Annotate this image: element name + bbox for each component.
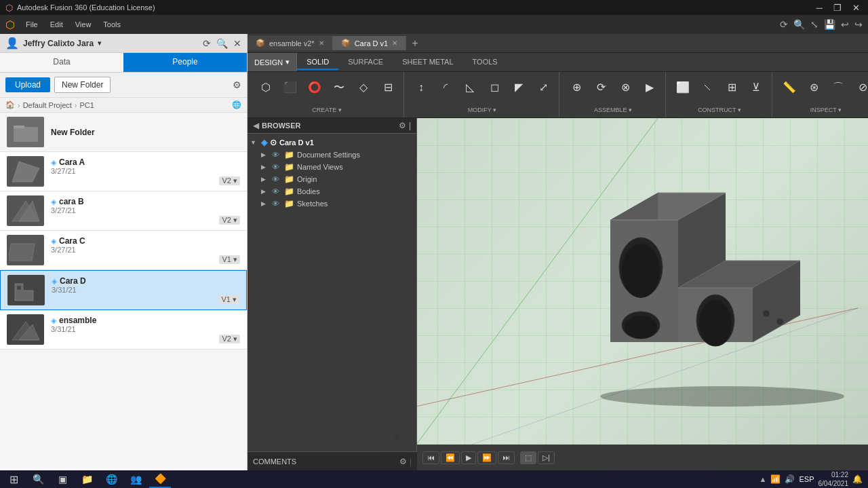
menu-item[interactable]: View (70, 19, 97, 30)
viewport[interactable]: ◀ BROWSER ⚙ | ▼ ◈ ⊙ Cara D v1 (248, 118, 868, 470)
tool-joint[interactable]: ⊕ (565, 76, 588, 99)
play-button[interactable]: ▶ (461, 451, 476, 464)
teams-button[interactable]: 👥 (125, 470, 146, 488)
menu-item[interactable]: File (20, 19, 43, 30)
expand-icon[interactable]: ▶ (261, 164, 269, 170)
tool-midplane[interactable]: ⊞ (720, 76, 743, 99)
browser-settings-icon[interactable]: ⚙ (399, 121, 406, 130)
tool-loft[interactable]: ◇ (352, 76, 375, 99)
language-indicator[interactable]: ESP (799, 475, 814, 483)
redo-icon[interactable]: ↪ (854, 19, 863, 30)
step-forward-button[interactable]: ⏩ (477, 451, 496, 464)
tool-chamfer[interactable]: ◺ (458, 76, 481, 99)
list-item[interactable]: ◈ Cara D 3/31/21 V1 ▾ (0, 270, 247, 310)
skip-end-button[interactable]: ⏭ (498, 451, 515, 464)
design-dropdown-button[interactable]: DESIGN ▾ (248, 53, 297, 71)
maximize-button[interactable]: ❐ (831, 3, 844, 13)
tool-motion[interactable]: ⟳ (589, 76, 612, 99)
fusion-taskbar-button[interactable]: 🔶 (149, 470, 171, 488)
upload-button[interactable]: Upload (5, 77, 50, 92)
timeline-frame-btn[interactable]: ⬚ (520, 451, 536, 464)
mode-tab-tools[interactable]: TOOLS (463, 55, 507, 70)
expand-icon[interactable]: ▶ (261, 200, 269, 207)
tool-draft[interactable]: ◤ (507, 76, 530, 99)
file-version[interactable]: V2 ▾ (219, 216, 240, 225)
comments-settings-icon[interactable]: ⚙ (399, 457, 407, 466)
list-item[interactable]: ◈ cara B 3/27/21 V2 ▾ (0, 191, 247, 231)
tab-data[interactable]: Data (0, 53, 123, 72)
tool-curvature[interactable]: ⌒ (827, 76, 850, 99)
mode-tab-surface[interactable]: SURFACE (338, 55, 393, 70)
close-tab-icon[interactable]: ✕ (392, 39, 397, 47)
tool-measure[interactable]: 📏 (778, 76, 801, 99)
file-version[interactable]: V1 ▾ (218, 295, 239, 304)
user-dropdown-icon[interactable]: ▾ (98, 39, 101, 47)
close-tab-icon[interactable]: ✕ (319, 39, 324, 47)
expand-icon[interactable]: ▶ (261, 188, 269, 195)
clock[interactable]: 01:22 6/04/2021 (818, 470, 849, 488)
timeline-play-btn[interactable]: ▷| (538, 451, 555, 464)
minimize-button[interactable]: ─ (814, 3, 825, 13)
file-version[interactable]: V1 ▾ (219, 255, 240, 264)
tab-people[interactable]: People (123, 53, 247, 72)
refresh-icon[interactable]: ⟳ (203, 38, 211, 49)
user-info[interactable]: 👤 Jeffry Calixto Jara ▾ (5, 37, 101, 50)
collapse-browser-icon[interactable]: ◀ (253, 121, 259, 130)
tool-offset-plane[interactable]: ⬜ (671, 76, 694, 99)
visibility-icon[interactable]: 👁 (272, 151, 281, 159)
tool-drive[interactable]: ▶ (638, 76, 661, 99)
skip-start-button[interactable]: ⏮ (422, 451, 439, 464)
visibility-icon[interactable]: 👁 (272, 163, 281, 171)
tool-scale[interactable]: ⤢ (532, 76, 555, 99)
search-icon[interactable]: 🔍 (793, 19, 805, 30)
tree-item-root[interactable]: ▼ ◈ ⊙ Cara D v1 (248, 136, 416, 149)
new-folder-button[interactable]: New Folder (54, 77, 111, 93)
edge-button[interactable]: 🌐 (100, 470, 122, 488)
undo-icon[interactable]: ↩ (841, 19, 849, 30)
doc-tab-carad[interactable]: 📦 Cara D v1 ✕ (333, 36, 407, 50)
close-panel-icon[interactable]: ✕ (233, 38, 241, 49)
breadcrumb-project[interactable]: Default Project (23, 101, 72, 109)
window-controls[interactable]: ─ ❐ ✕ (814, 3, 863, 13)
sync-icon[interactable]: ⟳ (780, 19, 788, 30)
expand-icon[interactable]: ▶ (261, 151, 269, 158)
list-item[interactable]: New Folder (0, 113, 247, 152)
list-item[interactable]: ◈ Cara C 3/27/21 V1 ▾ (0, 231, 247, 270)
tool-fillet[interactable]: ◜ (434, 76, 457, 99)
notifications-taskbar-icon[interactable]: 🔔 (852, 474, 863, 484)
start-button[interactable]: ⊞ (3, 470, 24, 488)
expand-icon[interactable]: ▼ (250, 139, 258, 146)
file-explorer-button[interactable]: 📁 (76, 470, 98, 488)
new-tab-button[interactable]: + (406, 35, 423, 52)
tool-shell[interactable]: ◻ (483, 76, 506, 99)
menu-item[interactable]: Edit (45, 19, 68, 30)
breadcrumb-pc1[interactable]: PC1 (80, 101, 94, 109)
globe-icon[interactable]: 🌐 (232, 100, 241, 109)
list-item[interactable]: ◈ Cara A 3/27/21 V2 ▾ (0, 152, 247, 191)
tool-press-pull[interactable]: ↕ (410, 76, 433, 99)
mode-tab-sheetmetal[interactable]: SHEET METAL (393, 55, 462, 70)
expand-icon[interactable]: ⤡ (810, 19, 818, 30)
tool-plane-angle[interactable]: ⟍ (696, 76, 719, 99)
close-button[interactable]: ✕ (850, 3, 863, 13)
file-version[interactable]: V2 ▾ (219, 176, 240, 185)
tree-item-named-views[interactable]: ▶ 👁 📁 Named Views (248, 161, 416, 173)
network-icon[interactable]: 📶 (770, 474, 781, 484)
tool-sweep[interactable]: 〜 (328, 76, 351, 99)
search-icon[interactable]: 🔍 (216, 38, 228, 49)
tool-contact[interactable]: ⊗ (614, 76, 637, 99)
left-panel-icons[interactable]: ⟳ 🔍 ✕ (203, 38, 241, 49)
tool-rib[interactable]: ⊟ (376, 76, 399, 99)
tree-item-sketches[interactable]: ▶ 👁 📁 Sketches (248, 198, 416, 210)
save-icon[interactable]: 💾 (824, 19, 835, 30)
settings-icon[interactable]: ⚙ (233, 79, 241, 90)
list-item[interactable]: ◈ ensamble 3/31/21 V2 ▾ (0, 310, 247, 350)
mode-tab-solid[interactable]: SOLID (297, 55, 338, 70)
tool-axis[interactable]: ⊻ (745, 76, 768, 99)
tree-item-doc-settings[interactable]: ▶ 👁 📁 Document Settings (248, 149, 416, 161)
search-taskbar-button[interactable]: 🔍 (27, 470, 49, 488)
visibility-icon[interactable]: 👁 (272, 200, 281, 208)
tree-item-bodies[interactable]: ▶ 👁 📁 Bodies (248, 185, 416, 198)
step-back-button[interactable]: ⏪ (441, 451, 460, 464)
tool-interference[interactable]: ⊛ (802, 76, 825, 99)
